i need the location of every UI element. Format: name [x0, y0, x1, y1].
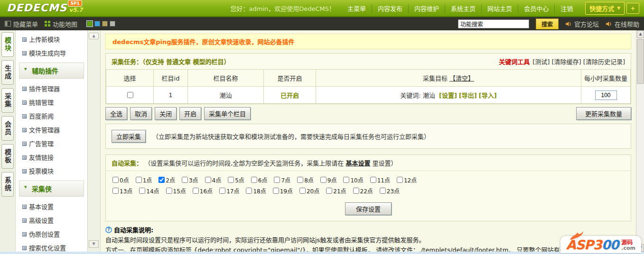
hour-checkbox-input[interactable] — [273, 188, 279, 194]
sidebar-item[interactable]: 百度新闻 — [16, 109, 87, 123]
row-select-checkbox[interactable] — [127, 92, 133, 98]
hour-checkbox-input[interactable] — [112, 188, 119, 194]
hour-checkbox-input[interactable] — [370, 177, 376, 183]
hour-checkbox-input[interactable] — [297, 177, 303, 183]
per-hour-input[interactable] — [595, 91, 617, 100]
menu-section-header[interactable]: 辅助插件 — [19, 63, 84, 79]
hour-checkbox-input[interactable] — [193, 188, 199, 194]
menu-section-header[interactable]: 采集侠 — [19, 181, 84, 197]
hour-checkbox-input[interactable] — [380, 188, 386, 194]
hour-checkbox-23点[interactable]: 23点 — [380, 187, 400, 195]
sidebar-item[interactable]: 模块生成向导 — [16, 46, 87, 60]
hour-checkbox-input[interactable] — [251, 177, 257, 183]
topnav-link[interactable]: 网站主页 — [481, 4, 518, 13]
scrollbar-thumb[interactable] — [637, 39, 644, 84]
hour-checkbox-input[interactable] — [246, 188, 252, 194]
target-action-link[interactable]: [导入] — [479, 92, 497, 99]
keyword-tool-action[interactable]: [清除缓存] — [552, 58, 581, 65]
hour-checkbox-15点[interactable]: 15点 — [166, 187, 186, 195]
keyword-tool-link[interactable]: 关键词工具 — [499, 57, 530, 66]
plugin-ad-banner[interactable]: dedecms文章ping服务插件，原创文章快速收录，网站必备插件 — [105, 34, 631, 49]
hour-checkbox-4点[interactable]: 4点 — [205, 176, 222, 184]
target-action-link[interactable]: [导出] — [459, 92, 477, 99]
sidebar-item[interactable]: 投票模块 — [16, 164, 87, 178]
topnav-link[interactable]: 内容维护 — [408, 4, 445, 13]
bulk-action-button[interactable]: 取消 — [130, 107, 152, 120]
vertical-scrollbar[interactable]: ▲ ▼ — [636, 30, 644, 252]
side-tab-模板[interactable]: 模板 — [1, 144, 14, 169]
side-tab-会员[interactable]: 会员 — [1, 116, 14, 141]
hour-checkbox-19点[interactable]: 19点 — [273, 187, 293, 195]
hour-checkbox-9点[interactable]: 9点 — [320, 176, 337, 184]
function-map-button[interactable]: 功能地图 — [45, 19, 77, 28]
bulk-action-button[interactable]: 全选 — [105, 107, 127, 120]
topnav-link[interactable]: 注销 — [554, 4, 579, 13]
hour-checkbox-input[interactable] — [139, 188, 145, 194]
keyword-tool-action[interactable]: [清除历史记录] — [583, 58, 625, 65]
sidebar-item[interactable]: 基本设置 — [16, 200, 87, 213]
keyword-tool-action[interactable]: [测试] — [532, 58, 550, 65]
sidebar-item[interactable]: 上传新模块 — [16, 32, 87, 46]
hour-checkbox-input[interactable] — [228, 177, 234, 183]
clear-target-link[interactable]: 【清空】 — [449, 75, 474, 82]
theme-swatch[interactable] — [94, 21, 100, 27]
hour-checkbox-input[interactable] — [182, 177, 188, 183]
side-tab-系统[interactable]: 系统 — [1, 172, 14, 197]
sidebar-item[interactable]: 搜索优化设置 — [16, 241, 87, 252]
sidebar-item[interactable]: 文件管理器 — [16, 123, 87, 136]
hour-checkbox-8点[interactable]: 8点 — [297, 176, 314, 184]
topnav-link[interactable]: 会员中心 — [518, 4, 554, 13]
update-count-button[interactable]: 更新采集数量 — [576, 107, 631, 120]
hour-checkbox-input[interactable] — [136, 177, 142, 183]
hour-checkbox-input[interactable] — [166, 188, 172, 194]
side-tab-采集[interactable]: 采集 — [1, 88, 14, 113]
quick-add-button[interactable]: + — [626, 3, 639, 14]
hide-menu-button[interactable]: 隐藏菜单 — [5, 19, 38, 28]
hour-checkbox-input[interactable] — [159, 177, 165, 183]
hour-checkbox-22点[interactable]: 22点 — [353, 187, 373, 195]
sidebar-item[interactable]: 友情链接 — [16, 150, 87, 164]
hour-checkbox-0点[interactable]: 0点 — [112, 176, 129, 184]
save-settings-button[interactable]: 保存设置 — [345, 202, 392, 215]
search-button[interactable]: 搜索 — [536, 18, 559, 29]
target-action-link[interactable]: [设置] — [439, 92, 457, 99]
topnav-link[interactable]: 系统主页 — [445, 4, 481, 13]
hour-checkbox-14点[interactable]: 14点 — [139, 187, 159, 195]
hour-checkbox-17点[interactable]: 17点 — [219, 187, 239, 195]
hour-checkbox-input[interactable] — [320, 177, 327, 183]
collect-now-button[interactable]: 立即采集 — [112, 130, 146, 143]
theme-swatch[interactable] — [87, 21, 93, 27]
hour-checkbox-2点[interactable]: 2点 — [159, 176, 175, 184]
side-tab-生成[interactable]: 生成 — [1, 60, 14, 85]
basic-settings-link[interactable]: 基本设置 — [345, 160, 370, 167]
hour-checkbox-input[interactable] — [299, 188, 306, 194]
hour-checkbox-input[interactable] — [343, 177, 349, 183]
hour-checkbox-7点[interactable]: 7点 — [274, 176, 290, 184]
hour-checkbox-input[interactable] — [205, 177, 211, 183]
side-tab-模块[interactable]: 模块 — [1, 32, 14, 57]
hour-checkbox-input[interactable] — [326, 188, 332, 194]
hour-checkbox-input[interactable] — [397, 177, 403, 183]
sidebar-item[interactable]: 伪原创设置 — [16, 227, 87, 241]
bulk-action-button[interactable]: 采集单个栏目 — [204, 107, 251, 120]
sidebar-item[interactable]: 高级设置 — [16, 213, 87, 227]
hour-checkbox-10点[interactable]: 10点 — [343, 176, 363, 184]
topnav-link[interactable]: 内容发布 — [372, 4, 408, 13]
theme-swatch[interactable] — [102, 21, 108, 27]
hour-checkbox-input[interactable] — [112, 177, 119, 183]
sidebar-item[interactable]: 插件管理器 — [16, 82, 87, 95]
sidebar-item[interactable]: 广告管理 — [16, 136, 87, 150]
hour-checkbox-3点[interactable]: 3点 — [182, 176, 198, 184]
hour-checkbox-21点[interactable]: 21点 — [326, 187, 346, 195]
quick-menu-button[interactable]: 快捷方式 ▼ — [585, 2, 625, 15]
hour-checkbox-5点[interactable]: 5点 — [228, 176, 244, 184]
sidebar-item[interactable]: 挑错管理 — [16, 95, 87, 109]
official-forum-link[interactable]: 官方论坛 — [565, 19, 599, 28]
hour-checkbox-input[interactable] — [353, 188, 359, 194]
hour-checkbox-input[interactable] — [274, 177, 280, 183]
hour-checkbox-11点[interactable]: 11点 — [370, 176, 390, 184]
hour-checkbox-6点[interactable]: 6点 — [251, 176, 268, 184]
hour-checkbox-20点[interactable]: 20点 — [299, 187, 319, 195]
sidebar-collapse-button[interactable]: ▲ — [89, 33, 99, 39]
sidebar-scroll-down-button[interactable]: ▼ — [89, 240, 99, 248]
